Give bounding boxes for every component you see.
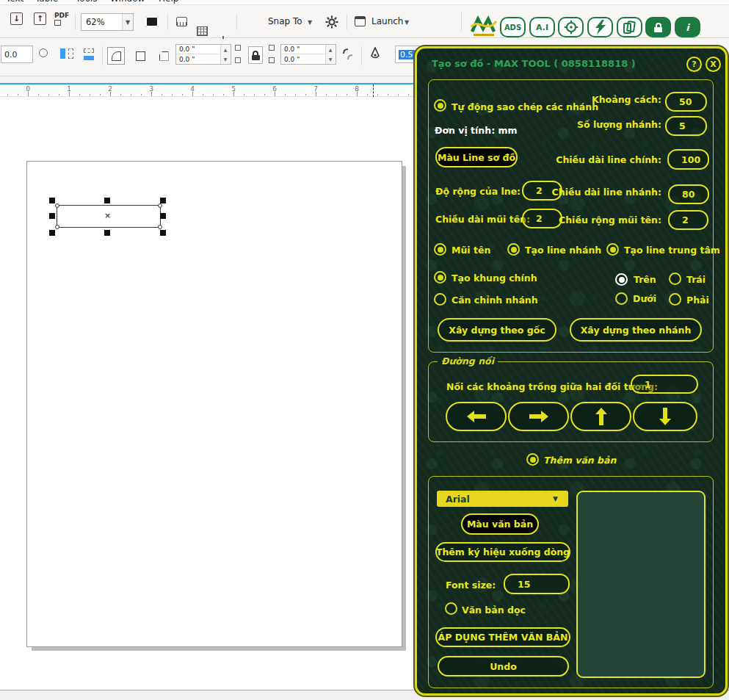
options-gear-icon[interactable] (325, 15, 338, 29)
branch-line-length-label: Chiều dài line nhánh: (540, 187, 661, 198)
align-branch-radio[interactable] (434, 293, 446, 306)
spacing-input[interactable]: 50 (665, 92, 707, 112)
menu-tools[interactable]: Tools (76, 0, 98, 4)
connect-up-button[interactable] (570, 402, 631, 431)
launch-doc-icon[interactable] (355, 16, 366, 26)
menu-help[interactable]: Help (159, 0, 178, 4)
connector-group: Đường nối Nối các khoảng trống giữa hai … (428, 361, 714, 442)
font-size-input[interactable]: 15 (504, 574, 570, 594)
ads-button[interactable]: ADS (500, 17, 526, 37)
fullscreen-preview-button[interactable] (145, 16, 159, 27)
branch-count-input[interactable]: 5 (665, 116, 707, 136)
document-page[interactable] (26, 161, 402, 647)
selected-rectangle[interactable]: × (57, 205, 161, 228)
target-gear-button[interactable] (558, 17, 584, 37)
ellipse-ref-icon[interactable] (39, 48, 48, 57)
selection-handle-tc[interactable] (104, 198, 110, 203)
fillet-chamfer-icon[interactable] (342, 48, 355, 64)
menu-window[interactable]: Window (110, 0, 145, 4)
panel-title: Tạo sơ đồ - MAX TOOL ( 0858118818 ) (432, 58, 636, 69)
selection-handle-tl[interactable] (49, 198, 55, 203)
scalloped-corner-button[interactable] (131, 47, 149, 65)
build-from-branch-button[interactable]: Xây dựng theo nhánh (570, 318, 702, 342)
corner-link-tr-icon[interactable] (269, 45, 275, 51)
panel-help-button[interactable]: ? (686, 57, 702, 72)
snap-to-dropdown[interactable]: Snap To (268, 16, 302, 26)
selection-handle-br[interactable] (160, 230, 166, 236)
selection-handle-ml[interactable] (49, 213, 55, 219)
vertical-text-radio[interactable] (445, 602, 457, 615)
selection-handle-mr[interactable] (160, 213, 166, 219)
branch-line-radio[interactable] (507, 243, 520, 256)
maxtool-logo-icon[interactable] (471, 15, 497, 37)
launch-caret-icon[interactable]: ▼ (405, 19, 409, 26)
connect-left-button[interactable] (446, 402, 507, 431)
connect-down-button[interactable] (633, 402, 697, 431)
launch-dropdown[interactable]: Launch (371, 16, 403, 26)
object-position-field[interactable]: 0.0 (1, 46, 33, 63)
zoom-dropdown-arrow[interactable]: ▼ (122, 14, 133, 30)
left-radio[interactable] (669, 273, 681, 285)
books-button[interactable] (617, 17, 642, 37)
panel-close-button[interactable]: X (706, 57, 721, 72)
undo-button[interactable]: Undo (438, 656, 569, 676)
menu-table[interactable]: Table (35, 0, 58, 4)
corner-node[interactable] (55, 203, 59, 208)
corner-node[interactable] (55, 225, 59, 229)
mirror-vertical-button[interactable] (83, 48, 96, 60)
font-family-select[interactable]: Arial ▼ (437, 491, 568, 507)
bottom-radio[interactable] (615, 292, 628, 305)
mirror-horizontal-button[interactable] (60, 48, 73, 60)
arrow-radio[interactable] (434, 243, 446, 256)
lock-button[interactable] (645, 17, 671, 37)
corner-radius-left-fields[interactable]: 0.0 " 0.0 " ▲▼ (175, 44, 231, 65)
corner-link-br-icon[interactable] (269, 57, 275, 63)
center-line-radio-label: Tạo line trung tâm (624, 245, 720, 256)
edit-corners-together-lock[interactable] (248, 46, 263, 64)
corner-link-tl-icon[interactable] (235, 45, 241, 51)
lightning-button[interactable] (587, 17, 613, 37)
menu-text[interactable]: Text (6, 0, 23, 4)
arrow-radio-label: Mũi tên (451, 245, 490, 256)
apply-text-button[interactable]: ÁP DỤNG THÊM VĂN BẢN (435, 627, 570, 647)
object-center-marker[interactable]: × (104, 211, 111, 220)
selection-handle-bl[interactable] (49, 230, 55, 236)
connect-right-button[interactable] (508, 402, 569, 431)
spinner-icon[interactable]: ▲▼ (220, 45, 230, 64)
import-button[interactable]: ↓ (10, 12, 23, 25)
pdf-publish-button[interactable]: PDF (54, 12, 69, 26)
text-input-area[interactable] (576, 491, 706, 678)
selection-handle-tr[interactable] (160, 198, 166, 203)
zoom-level-combo[interactable]: 62% ▼ (81, 13, 134, 31)
right-radio[interactable] (669, 293, 681, 306)
left-radio-label: Trái (686, 274, 706, 285)
arrow-width-label: Chiều rộng mũi tên: (540, 214, 661, 225)
newline-symbol-button[interactable]: Thêm ký hiệu xuống dòng (435, 542, 570, 562)
add-text-radio[interactable] (526, 453, 539, 466)
branch-line-length-input[interactable]: 80 (668, 184, 709, 204)
main-frame-radio[interactable] (434, 271, 446, 284)
round-corner-button[interactable] (107, 47, 125, 65)
chamfered-corner-button[interactable] (155, 47, 173, 65)
zoom-level-value: 62% (81, 17, 122, 27)
corner-radius-right-fields[interactable]: 0.0 " 0.0 " ▲▼ (280, 44, 336, 65)
auto-copy-radio[interactable] (434, 99, 446, 112)
arrow-width-input[interactable]: 2 (668, 210, 708, 230)
snap-to-caret-icon[interactable]: ▼ (308, 19, 312, 26)
selection-handle-bc[interactable] (104, 230, 110, 236)
unit-label: Đơn vị tính: mm (435, 125, 518, 136)
line-color-button[interactable]: Màu Line sơ đồ (435, 147, 518, 167)
build-from-root-button[interactable]: Xây dựng theo gốc (438, 318, 556, 342)
export-button[interactable]: ↑ (34, 12, 46, 25)
top-radio[interactable] (615, 273, 628, 286)
text-color-button[interactable]: Màu văn bản (461, 513, 539, 535)
ai-button[interactable]: A.I (529, 17, 555, 37)
center-line-radio[interactable] (606, 243, 619, 256)
corner-node[interactable] (158, 225, 162, 229)
info-button[interactable]: i (675, 17, 700, 37)
corner-link-bl-icon[interactable] (235, 57, 241, 63)
spinner-icon[interactable]: ▲▼ (325, 45, 335, 64)
main-line-length-input[interactable]: 100 (667, 149, 709, 170)
gap-input[interactable]: 1 (631, 375, 698, 394)
corner-node[interactable] (158, 203, 162, 208)
